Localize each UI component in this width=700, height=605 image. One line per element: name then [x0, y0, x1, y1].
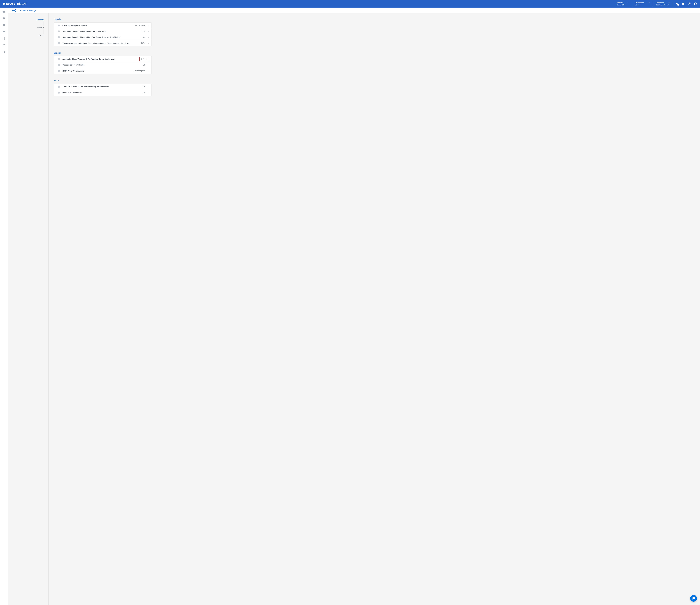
- rail-health[interactable]: [2, 17, 5, 20]
- info-icon: i: [58, 70, 60, 72]
- shield-icon: [3, 24, 5, 26]
- row-value: On: [143, 92, 145, 94]
- section-azure: Azure i Azure CIFS locks for Azure HA wo…: [54, 79, 700, 96]
- azure-cards: i Azure CIFS locks for Azure HA working …: [54, 84, 152, 96]
- row-value: Off: [141, 58, 144, 60]
- info-icon: i: [58, 42, 60, 44]
- chevron-down-icon: ⌄: [148, 42, 149, 44]
- user-button[interactable]: [694, 2, 697, 5]
- row-http-proxy[interactable]: i HTTP Proxy Configuration Not configure…: [54, 68, 151, 74]
- row-label: HTTP Proxy Configuration: [62, 70, 134, 72]
- rail-reports[interactable]: [2, 37, 5, 40]
- row-label: Aggregate Capacity Thresholds - Free Spa…: [62, 30, 142, 32]
- account-selector[interactable]: Account Demo_SIM: [614, 2, 632, 6]
- info-icon: i: [58, 36, 60, 38]
- row-volume-autosize[interactable]: i Volume Autosize - Additional Size in P…: [54, 40, 151, 46]
- row-auto-update[interactable]: i Automatic Cloud Volumes ONTAP update d…: [54, 56, 151, 62]
- info-icon: i: [58, 25, 60, 26]
- top-selectors: Account Demo_SIM Workspace odedb Connect…: [614, 2, 673, 6]
- cloud-sync-icon: [2, 31, 5, 33]
- netapp-logo-icon: [3, 3, 5, 5]
- help-button[interactable]: [688, 2, 691, 5]
- workspace-selector[interactable]: Workspace odedb: [632, 2, 653, 6]
- row-capacity-mode[interactable]: i Capacity Management Mode Manual Mode ⌄: [54, 23, 151, 28]
- info-icon: i: [58, 64, 60, 66]
- nav-capacity[interactable]: Capacity: [36, 18, 48, 21]
- bar-chart-icon: [3, 37, 5, 40]
- notification-count-badge: 8: [677, 4, 679, 6]
- row-free-space-tiering[interactable]: i Aggregate Capacity Thresholds - Free S…: [54, 34, 151, 40]
- svg-point-0: [688, 3, 691, 5]
- chat-icon: [692, 597, 695, 600]
- row-label: Capacity Management Mode: [62, 24, 134, 26]
- row-label: Azure CIFS locks for Azure HA working en…: [62, 86, 143, 88]
- brand-netapp: NetApp: [3, 2, 15, 5]
- settings-body: Capacity i Capacity Management Mode Manu…: [49, 14, 700, 605]
- section-capacity: Capacity i Capacity Management Mode Manu…: [54, 18, 700, 46]
- chevron-down-icon: [628, 2, 629, 3]
- rail-sync[interactable]: [2, 30, 5, 33]
- svg-rect-3: [3, 39, 3, 40]
- page-icon: [12, 9, 16, 12]
- chevron-down-icon: ⌄: [148, 64, 149, 66]
- svg-point-2: [695, 3, 696, 4]
- chevron-down-icon: ⌄: [148, 25, 149, 26]
- info-icon: i: [58, 30, 60, 32]
- row-cifs-locks[interactable]: i Azure CIFS locks for Azure HA working …: [54, 84, 151, 90]
- heart-shield-icon: [3, 17, 5, 20]
- rail-protection[interactable]: [2, 24, 5, 27]
- info-icon: i: [58, 58, 60, 60]
- chevron-down-icon: ⌄: [148, 70, 149, 72]
- chevron-down-icon: ⌄: [146, 58, 147, 60]
- gear-icon: [13, 9, 15, 11]
- settings-button[interactable]: [681, 2, 684, 5]
- page-title: Connector Settings: [18, 9, 36, 12]
- connector-selector[interactable]: Connector OCCMsaasDemo3: [653, 2, 673, 6]
- page-sub-header: Connector Settings: [8, 7, 700, 14]
- workspace-value: odedb: [635, 4, 650, 6]
- row-value: Manual Mode: [134, 25, 145, 26]
- row-value: 27%: [142, 30, 145, 32]
- row-value: Off: [143, 86, 145, 88]
- capacity-cards: i Capacity Management Mode Manual Mode ⌄…: [54, 22, 152, 46]
- chevron-down-icon: ⌄: [148, 92, 149, 94]
- row-value: 587%: [141, 42, 145, 44]
- chevron-down-icon: ⌄: [148, 86, 149, 87]
- chat-button[interactable]: [690, 595, 697, 602]
- row-free-space-ratio[interactable]: i Aggregate Capacity Thresholds - Free S…: [54, 28, 151, 34]
- section-nav: Capacity General Azure: [8, 14, 48, 605]
- row-value: Off: [143, 64, 145, 66]
- nav-azure[interactable]: Azure: [39, 33, 48, 37]
- svg-point-7: [3, 45, 4, 46]
- notifications-button[interactable]: 8: [675, 2, 678, 5]
- nodes-icon: [3, 51, 5, 53]
- help-icon: [688, 2, 691, 5]
- top-icon-group: 8: [675, 2, 697, 5]
- rail-compute[interactable]: [2, 44, 5, 47]
- divider: [673, 2, 673, 6]
- row-label: Volume Autosize - Additional Size in Per…: [62, 42, 141, 44]
- info-icon: i: [58, 92, 60, 94]
- row-label: Aggregate Capacity Thresholds - Free Spa…: [62, 36, 143, 38]
- chevron-down-icon: ⌄: [148, 36, 149, 38]
- section-title-general: General: [54, 52, 700, 54]
- nav-general[interactable]: General: [37, 26, 48, 29]
- section-title-capacity: Capacity: [54, 18, 700, 21]
- account-value: Demo_SIM: [617, 4, 629, 6]
- rail-canvas[interactable]: [2, 10, 5, 13]
- svg-rect-4: [4, 38, 4, 40]
- row-private-link[interactable]: i Use Azure Private Link On ⌄: [54, 90, 151, 96]
- info-icon: i: [58, 86, 60, 88]
- cloud-icon: [2, 10, 5, 12]
- target-icon: [3, 44, 5, 47]
- brand-vendor-text: NetApp: [6, 2, 15, 5]
- chevron-down-icon: [669, 2, 670, 3]
- left-nav-rail: [0, 7, 8, 605]
- rail-extensions[interactable]: [2, 50, 5, 53]
- row-api-traffic[interactable]: i Support Direct API Traffic Off ⌄: [54, 62, 151, 68]
- svg-rect-5: [4, 37, 5, 40]
- row-label: Support Direct API Traffic: [62, 64, 143, 66]
- user-icon: [694, 2, 697, 5]
- gear-icon: [682, 2, 684, 5]
- top-app-bar: NetApp BlueXP Account Demo_SIM Workspace…: [0, 0, 700, 7]
